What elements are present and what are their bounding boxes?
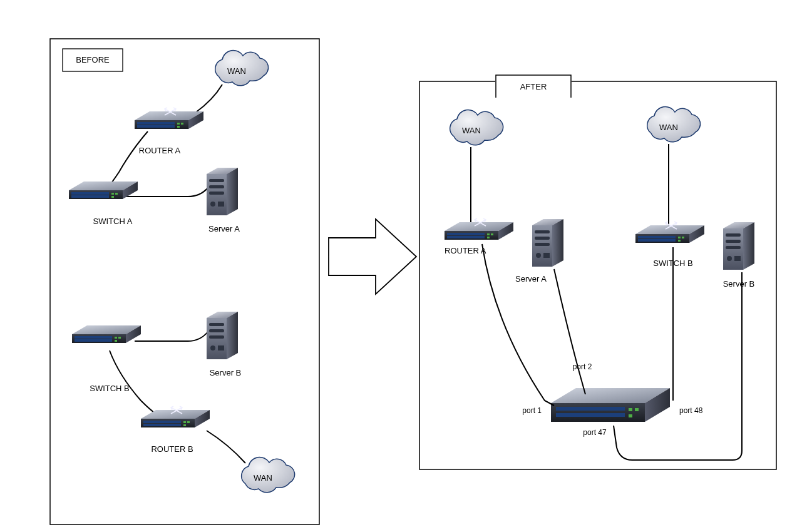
router-icon [135, 108, 203, 129]
link [471, 144, 669, 227]
router-a-label: ROUTER A [139, 146, 181, 155]
server-b-label: Server B [723, 279, 755, 289]
before-panel: BEFORE WAN ROUTER A SWITCH A Server A SW… [50, 39, 319, 524]
after-title: AFTER [520, 82, 547, 91]
wan-label: WAN [227, 66, 246, 76]
wan-label: WAN [462, 126, 481, 135]
server-a-label: Server A [515, 274, 547, 284]
before-title: BEFORE [76, 55, 110, 64]
wan-label: WAN [659, 123, 678, 132]
port47-label: port 47 [583, 428, 607, 437]
router-a-label: ROUTER A [445, 246, 486, 255]
server-a-label: Server A [208, 224, 240, 233]
switch-b-label: SWITCH B [90, 384, 130, 393]
arrow-icon [329, 219, 416, 294]
switch-icon [72, 325, 141, 343]
port48-label: port 48 [679, 406, 703, 415]
switch-a-label: SWITCH A [93, 217, 133, 226]
server-b-label: Server B [210, 368, 242, 377]
server-icon [207, 312, 238, 359]
switch-icon [635, 222, 704, 243]
link [108, 84, 222, 197]
server-icon [723, 222, 754, 270]
router-icon [445, 218, 513, 240]
router-b-label: ROUTER B [151, 444, 193, 454]
port1-label: port 1 [522, 406, 542, 415]
switch-icon [551, 388, 670, 422]
server-icon [207, 168, 238, 215]
server-icon [532, 219, 563, 267]
port2-label: port 2 [573, 362, 592, 371]
after-panel: AFTER WAN WAN ROUTER A Server A SWITCH B… [419, 75, 776, 469]
wan-label: WAN [254, 473, 272, 483]
